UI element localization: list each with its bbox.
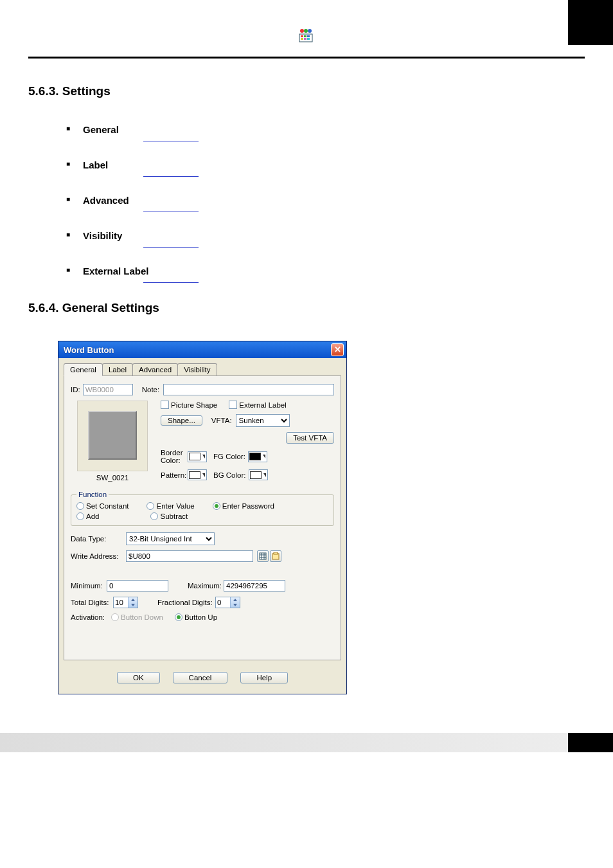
total-digits-spinner[interactable] <box>113 597 138 608</box>
tab-visibility[interactable]: Visibility <box>177 363 217 375</box>
external-label-checkbox[interactable] <box>229 401 237 409</box>
id-field[interactable] <box>83 384 133 395</box>
minimum-field[interactable] <box>107 580 168 592</box>
radio-add[interactable] <box>76 512 84 520</box>
function-legend: Function <box>76 491 109 498</box>
write-address-field[interactable] <box>126 550 253 562</box>
id-label: ID: <box>71 386 80 393</box>
data-type-select[interactable]: 32-Bit Unsigned Int <box>126 532 215 545</box>
svg-point-7 <box>300 29 304 33</box>
fractional-digits-label: Fractional Digits: <box>157 599 215 606</box>
bullet-advanced: Advanced <box>83 195 585 212</box>
link-visibility[interactable] <box>143 247 199 248</box>
word-button-dialog: Word Button ✕ General Label Advanced Vis… <box>58 341 347 694</box>
svg-point-8 <box>304 29 308 33</box>
radio-enter-value[interactable] <box>147 502 154 510</box>
tab-advanced[interactable]: Advanced <box>132 363 178 375</box>
dialog-title: Word Button <box>64 345 114 355</box>
titlebar[interactable]: Word Button ✕ <box>58 341 346 358</box>
vfta-select[interactable]: Sunken <box>236 414 290 427</box>
section-settings-heading: 5.6.3. Settings <box>28 84 585 98</box>
tab-general[interactable]: General <box>64 363 103 376</box>
tab-label[interactable]: Label <box>102 363 133 375</box>
maximum-label: Maximum: <box>188 582 224 590</box>
fg-color-label: FG Color: <box>213 453 245 460</box>
radio-button-down <box>111 613 119 621</box>
link-general[interactable] <box>143 141 199 141</box>
page-header <box>28 28 585 59</box>
header-icon <box>298 28 315 45</box>
svg-rect-2 <box>304 35 306 37</box>
write-address-label: Write Address: <box>71 552 126 560</box>
svg-rect-10 <box>260 553 266 559</box>
link-advanced[interactable] <box>143 212 199 212</box>
picture-shape-label: Picture Shape <box>171 401 217 409</box>
svg-point-9 <box>308 29 312 33</box>
page-footer <box>0 733 613 752</box>
vfta-label: VFTA: <box>211 417 232 424</box>
maximum-field[interactable] <box>224 580 285 592</box>
pattern-label: Pattern: <box>161 471 188 479</box>
bullet-visibility: Visibility <box>83 230 585 248</box>
tab-strip: General Label Advanced Visibility <box>64 363 341 376</box>
svg-rect-1 <box>301 35 303 37</box>
function-group: Function Set Constant Enter Value Enter … <box>71 491 334 526</box>
section-general-settings-heading: 5.6.4. General Settings <box>28 301 585 315</box>
note-field[interactable] <box>163 384 334 395</box>
footer-corner <box>568 733 613 752</box>
bullet-external-label: External Label <box>83 266 585 283</box>
preview-panel: SW_0021 <box>71 401 154 485</box>
ok-button[interactable]: OK <box>117 672 160 683</box>
activation-label: Activation: <box>71 613 105 621</box>
link-external-label[interactable] <box>143 282 199 283</box>
external-label-label: External Label <box>239 401 287 409</box>
svg-rect-4 <box>301 38 303 40</box>
radio-subtract[interactable] <box>150 512 158 520</box>
bullet-general: General <box>83 124 585 141</box>
radio-enter-password[interactable] <box>213 502 220 510</box>
border-color-picker[interactable] <box>188 451 207 462</box>
preview-label: SW_0021 <box>71 474 154 482</box>
radio-set-constant[interactable] <box>76 502 84 510</box>
bullet-label: Label <box>83 159 585 177</box>
minimum-label: Minimum: <box>71 582 107 590</box>
data-type-label: Data Type: <box>71 535 126 543</box>
pattern-picker[interactable] <box>188 469 207 480</box>
svg-rect-6 <box>307 38 310 40</box>
picture-shape-checkbox[interactable] <box>161 401 169 409</box>
svg-rect-5 <box>304 38 306 40</box>
close-icon[interactable]: ✕ <box>331 343 344 356</box>
radio-button-up[interactable] <box>175 613 182 621</box>
link-label[interactable] <box>143 176 199 177</box>
bg-color-picker[interactable] <box>249 469 268 480</box>
test-vfta-button[interactable]: Test VFTA <box>286 432 334 444</box>
fractional-digits-spinner[interactable] <box>215 597 240 608</box>
address-browse-icon[interactable] <box>270 550 281 562</box>
note-label: Note: <box>142 386 160 393</box>
cancel-button[interactable]: Cancel <box>173 672 228 683</box>
border-color-label: Border Color: <box>161 449 188 464</box>
total-digits-label: Total Digits: <box>71 599 113 606</box>
shape-button[interactable]: Shape... <box>161 415 202 426</box>
bg-color-label: BG Color: <box>213 471 246 479</box>
header-corner <box>568 0 613 45</box>
shape-preview <box>77 401 148 471</box>
svg-rect-3 <box>307 35 310 37</box>
fg-color-picker[interactable] <box>248 451 267 462</box>
keypad-icon[interactable] <box>257 550 269 562</box>
svg-rect-16 <box>274 552 278 554</box>
help-button[interactable]: Help <box>240 672 288 683</box>
